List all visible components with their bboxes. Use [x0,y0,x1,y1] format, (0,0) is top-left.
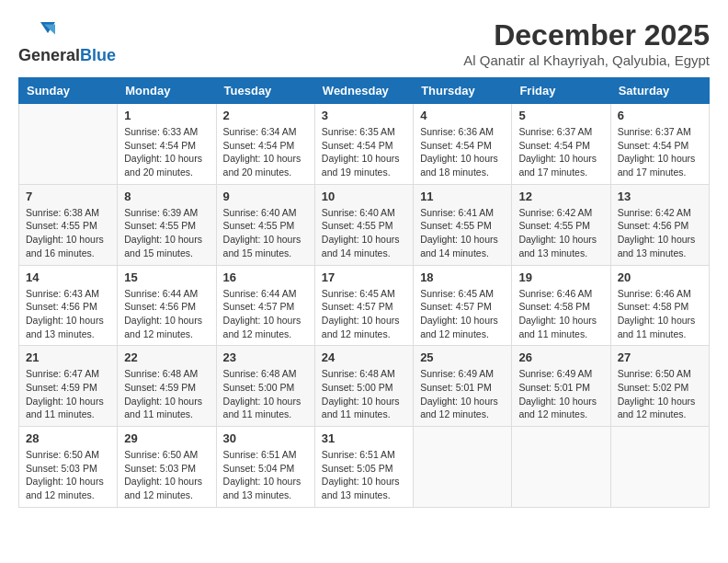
day-number: 14 [26,270,110,284]
day-number: 29 [124,431,209,445]
day-info: Sunrise: 6:34 AMSunset: 4:54 PMDaylight:… [223,125,308,179]
day-info: Sunrise: 6:43 AMSunset: 4:56 PMDaylight:… [26,287,110,341]
weekday-header-wednesday: Wednesday [314,78,413,104]
weekday-header-saturday: Saturday [610,78,709,104]
calendar-cell: 14Sunrise: 6:43 AMSunset: 4:56 PMDayligh… [19,265,118,346]
calendar-cell: 31Sunrise: 6:51 AMSunset: 5:05 PMDayligh… [314,427,413,508]
calendar-cell: 8Sunrise: 6:39 AMSunset: 4:55 PMDaylight… [118,184,216,265]
day-number: 1 [124,109,209,122]
day-info: Sunrise: 6:48 AMSunset: 5:00 PMDaylight:… [223,367,308,421]
day-info: Sunrise: 6:51 AMSunset: 5:04 PMDaylight:… [223,448,308,502]
day-number: 3 [322,109,406,122]
day-info: Sunrise: 6:37 AMSunset: 4:54 PMDaylight:… [518,125,603,179]
logo-general: General [18,46,80,65]
day-number: 11 [420,190,505,203]
week-row-1: 1Sunrise: 6:33 AMSunset: 4:54 PMDaylight… [19,104,710,185]
day-info: Sunrise: 6:46 AMSunset: 4:58 PMDaylight:… [518,287,603,341]
calendar-cell: 22Sunrise: 6:48 AMSunset: 4:59 PMDayligh… [118,346,216,427]
day-number: 8 [124,190,209,203]
day-info: Sunrise: 6:46 AMSunset: 4:58 PMDaylight:… [618,287,702,341]
day-number: 16 [223,270,308,284]
day-number: 25 [420,350,505,364]
day-number: 28 [26,431,110,445]
day-number: 20 [618,270,702,284]
week-row-3: 14Sunrise: 6:43 AMSunset: 4:56 PMDayligh… [19,265,710,346]
calendar-cell: 7Sunrise: 6:38 AMSunset: 4:55 PMDaylight… [19,184,118,265]
calendar-cell: 5Sunrise: 6:37 AMSunset: 4:54 PMDaylight… [512,104,610,185]
day-info: Sunrise: 6:35 AMSunset: 4:54 PMDaylight:… [322,125,406,179]
day-number: 22 [124,350,209,364]
calendar-cell: 6Sunrise: 6:37 AMSunset: 4:54 PMDaylight… [610,104,709,185]
calendar-cell: 17Sunrise: 6:45 AMSunset: 4:57 PMDayligh… [314,265,413,346]
weekday-header-row: SundayMondayTuesdayWednesdayThursdayFrid… [19,78,710,104]
day-number: 23 [223,350,308,364]
title-section: December 2025 Al Qanatir al Khayriyah, Q… [463,18,710,68]
day-number: 7 [26,190,110,203]
page-header: General Blue December 2025 Al Qanatir al… [18,18,710,68]
calendar-cell: 1Sunrise: 6:33 AMSunset: 4:54 PMDaylight… [118,104,216,185]
calendar-cell: 3Sunrise: 6:35 AMSunset: 4:54 PMDaylight… [314,104,413,185]
day-info: Sunrise: 6:33 AMSunset: 4:54 PMDaylight:… [124,125,209,179]
day-number: 5 [518,109,603,122]
calendar-cell: 13Sunrise: 6:42 AMSunset: 4:56 PMDayligh… [610,184,709,265]
weekday-header-monday: Monday [118,78,216,104]
calendar-cell: 25Sunrise: 6:49 AMSunset: 5:01 PMDayligh… [414,346,512,427]
week-row-4: 21Sunrise: 6:47 AMSunset: 4:59 PMDayligh… [19,346,710,427]
calendar-cell: 20Sunrise: 6:46 AMSunset: 4:58 PMDayligh… [610,265,709,346]
day-number: 21 [26,350,110,364]
calendar-cell: 9Sunrise: 6:40 AMSunset: 4:55 PMDaylight… [216,184,314,265]
month-title: December 2025 [463,18,710,52]
calendar: SundayMondayTuesdayWednesdayThursdayFrid… [18,77,710,508]
day-number: 26 [518,350,603,364]
day-info: Sunrise: 6:44 AMSunset: 4:57 PMDaylight:… [223,287,308,341]
day-number: 19 [518,270,603,284]
calendar-cell: 15Sunrise: 6:44 AMSunset: 4:56 PMDayligh… [118,265,216,346]
calendar-cell: 26Sunrise: 6:49 AMSunset: 5:01 PMDayligh… [512,346,610,427]
calendar-cell: 12Sunrise: 6:42 AMSunset: 4:55 PMDayligh… [512,184,610,265]
day-number: 24 [322,350,406,364]
day-info: Sunrise: 6:40 AMSunset: 4:55 PMDaylight:… [223,206,308,260]
weekday-header-friday: Friday [512,78,610,104]
calendar-cell [610,427,709,508]
day-number: 12 [518,190,603,203]
calendar-cell: 16Sunrise: 6:44 AMSunset: 4:57 PMDayligh… [216,265,314,346]
calendar-cell: 24Sunrise: 6:48 AMSunset: 5:00 PMDayligh… [314,346,413,427]
day-info: Sunrise: 6:37 AMSunset: 4:54 PMDaylight:… [618,125,702,179]
weekday-header-sunday: Sunday [19,78,118,104]
calendar-cell: 19Sunrise: 6:46 AMSunset: 4:58 PMDayligh… [512,265,610,346]
calendar-cell [414,427,512,508]
day-info: Sunrise: 6:42 AMSunset: 4:56 PMDaylight:… [618,206,702,260]
day-number: 10 [322,190,406,203]
day-info: Sunrise: 6:50 AMSunset: 5:03 PMDaylight:… [26,448,110,502]
day-info: Sunrise: 6:50 AMSunset: 5:02 PMDaylight:… [618,367,702,421]
day-info: Sunrise: 6:45 AMSunset: 4:57 PMDaylight:… [322,287,406,341]
logo-blue: Blue [80,46,116,65]
calendar-cell: 29Sunrise: 6:50 AMSunset: 5:03 PMDayligh… [118,427,216,508]
day-info: Sunrise: 6:47 AMSunset: 4:59 PMDaylight:… [26,367,110,421]
day-info: Sunrise: 6:50 AMSunset: 5:03 PMDaylight:… [124,448,209,502]
day-info: Sunrise: 6:36 AMSunset: 4:54 PMDaylight:… [420,125,505,179]
day-info: Sunrise: 6:48 AMSunset: 5:00 PMDaylight:… [322,367,406,421]
day-number: 18 [420,270,505,284]
calendar-cell: 4Sunrise: 6:36 AMSunset: 4:54 PMDaylight… [414,104,512,185]
day-info: Sunrise: 6:45 AMSunset: 4:57 PMDaylight:… [420,287,505,341]
day-number: 4 [420,109,505,122]
day-number: 2 [223,109,308,122]
calendar-cell: 27Sunrise: 6:50 AMSunset: 5:02 PMDayligh… [610,346,709,427]
calendar-cell: 11Sunrise: 6:41 AMSunset: 4:55 PMDayligh… [414,184,512,265]
day-info: Sunrise: 6:49 AMSunset: 5:01 PMDaylight:… [518,367,603,421]
day-info: Sunrise: 6:51 AMSunset: 5:05 PMDaylight:… [322,448,406,502]
day-info: Sunrise: 6:40 AMSunset: 4:55 PMDaylight:… [322,206,406,260]
day-info: Sunrise: 6:48 AMSunset: 4:59 PMDaylight:… [124,367,209,421]
day-info: Sunrise: 6:41 AMSunset: 4:55 PMDaylight:… [420,206,505,260]
week-row-5: 28Sunrise: 6:50 AMSunset: 5:03 PMDayligh… [19,427,710,508]
calendar-cell: 18Sunrise: 6:45 AMSunset: 4:57 PMDayligh… [414,265,512,346]
calendar-cell: 10Sunrise: 6:40 AMSunset: 4:55 PMDayligh… [314,184,413,265]
day-number: 30 [223,431,308,445]
logo: General Blue [18,18,116,65]
day-number: 17 [322,270,406,284]
calendar-cell: 28Sunrise: 6:50 AMSunset: 5:03 PMDayligh… [19,427,118,508]
day-info: Sunrise: 6:39 AMSunset: 4:55 PMDaylight:… [124,206,209,260]
calendar-cell: 23Sunrise: 6:48 AMSunset: 5:00 PMDayligh… [216,346,314,427]
day-number: 13 [618,190,702,203]
